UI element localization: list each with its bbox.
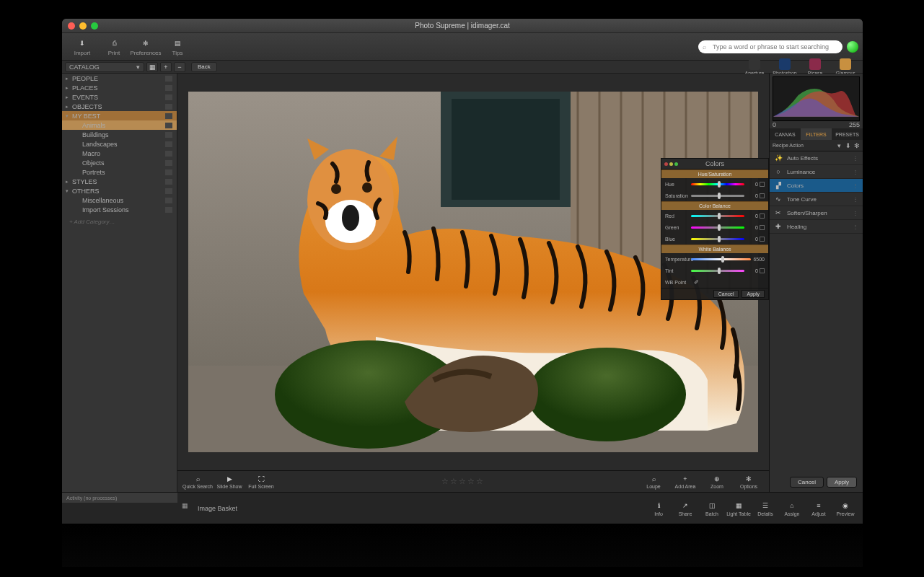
aperture-app[interactable]: Aperture — [740, 58, 769, 76]
image-canvas[interactable]: Colors Hue/Saturation Hue0 Saturation0 C… — [177, 74, 769, 470]
tab-canvas[interactable]: CANVAS — [770, 128, 801, 140]
play-icon: ▶ — [224, 475, 234, 483]
quick-search-button[interactable]: ⌕Quick Search — [182, 475, 214, 489]
share-icon: ↗ — [680, 501, 690, 511]
picasa-app[interactable]: Picasa — [801, 58, 830, 76]
sidebar-category[interactable]: OTHERS — [62, 186, 177, 195]
search-icon: ⌕ — [703, 43, 710, 50]
colors-cancel-button[interactable]: Cancel — [713, 290, 739, 298]
panel-cancel-button[interactable]: Cancel — [790, 477, 824, 488]
assign-action[interactable]: ⌂Assign — [779, 501, 805, 516]
colors-apply-button[interactable]: Apply — [742, 290, 765, 298]
note-icon: ▤ — [171, 38, 184, 49]
svg-point-18 — [362, 182, 372, 193]
options-button[interactable]: ✻Options — [733, 475, 765, 489]
zoom-button[interactable]: ⊕Zoom — [701, 475, 733, 489]
basket-icon[interactable]: ▦ — [182, 502, 195, 515]
preferences-button[interactable]: ✻Preferences — [130, 35, 162, 59]
glamour-app[interactable]: Glamour — [831, 58, 860, 76]
recipe-dropdown[interactable]: Recipe Action▾ ⬇ ✻ — [770, 140, 863, 151]
list-icon: ☰ — [760, 501, 770, 511]
sidebar-item[interactable]: Macro — [62, 149, 177, 158]
search-icon: ⌕ — [193, 475, 203, 483]
sidebar-category[interactable]: PLACES — [62, 83, 177, 92]
right-panel: 0255 CANVASFILTERSPRESETS Recipe Action▾… — [769, 74, 863, 492]
sidebar-item[interactable]: Portrets — [62, 167, 177, 177]
sidebar-category[interactable]: EVENTS — [62, 92, 177, 102]
blue-slider[interactable] — [691, 238, 744, 240]
app-icon — [840, 58, 851, 70]
saturation-slider[interactable] — [691, 195, 744, 197]
batch-action[interactable]: ◫Batch — [699, 501, 725, 516]
preview-action[interactable]: ◉Preview — [832, 501, 858, 516]
sliders-icon: ≡ — [814, 501, 824, 511]
sidebar-category[interactable]: MY BEST — [62, 111, 177, 120]
import-button[interactable]: ⬇Import — [66, 35, 98, 59]
red-slider[interactable] — [691, 215, 744, 217]
tab-filters[interactable]: FILTERS — [801, 128, 832, 140]
eye-icon: ◉ — [840, 501, 850, 511]
grid-view-button[interactable]: ▦ — [146, 62, 158, 72]
temperature-slider[interactable] — [691, 258, 751, 260]
catalog-sidebar: PEOPLEPLACESEVENTSOBJECTSMY BESTAnimalsB… — [62, 74, 177, 492]
download-icon: ⬇ — [76, 38, 89, 49]
sidebar-category[interactable]: OBJECTS — [62, 102, 177, 111]
search-input[interactable] — [713, 43, 838, 50]
auto-effects-filter[interactable]: ✨Auto Effects⋮ — [770, 151, 863, 165]
bottom-panel: Activity (no processes) ▦ Image Basket ℹ… — [62, 492, 863, 524]
healing-filter[interactable]: ✚Healing⋮ — [770, 220, 863, 234]
sidebar-item[interactable]: Objects — [62, 158, 177, 167]
app-icon — [749, 58, 760, 70]
add-button[interactable]: + — [160, 62, 172, 72]
loupe-button[interactable]: ⌕Loupe — [638, 475, 669, 489]
eyedropper-icon[interactable]: ✐ — [694, 279, 699, 286]
info-action[interactable]: ℹInfo — [646, 501, 672, 516]
details-action[interactable]: ☰Details — [752, 501, 778, 516]
tone-curve-filter[interactable]: ∿Tone Curve⋮ — [770, 193, 863, 206]
grip-icon: ⋮ — [853, 182, 858, 188]
tips-button[interactable]: ▤Tips — [162, 35, 193, 59]
sidebar-item[interactable]: Animals — [62, 120, 177, 130]
catalog-dropdown[interactable]: CATALOG▾ — [65, 62, 144, 72]
fullscreen-button[interactable]: ⛶Full Screen — [245, 475, 277, 489]
app-icon — [809, 58, 821, 70]
sidebar-category[interactable]: STYLES — [62, 177, 177, 186]
photoshop-app[interactable]: Photoshop — [770, 58, 799, 76]
save-recipe-icon[interactable]: ⬇ — [845, 142, 851, 149]
colors-panel-title: Colors — [705, 160, 724, 167]
activity-status: Activity (no processes) — [62, 493, 177, 503]
zoom-icon: ⊕ — [712, 475, 722, 483]
luminance-filter[interactable]: ○Luminance⋮ — [770, 165, 863, 179]
adjust-action[interactable]: ≡Adjust — [806, 501, 832, 516]
search-field[interactable]: ⌕ — [698, 40, 842, 53]
soften-sharpen-filter[interactable]: ✂Soften/Sharpen⋮ — [770, 206, 863, 220]
remove-button[interactable]: − — [174, 62, 185, 72]
tint-slider[interactable] — [691, 270, 744, 272]
plus-icon: + — [680, 475, 690, 483]
light-table-action[interactable]: ▦Light Table — [726, 501, 752, 516]
sidebar-item[interactable]: Miscellaneous — [62, 195, 177, 205]
hue-slider[interactable] — [691, 183, 744, 185]
sidebar-item[interactable]: Import Sessions — [62, 205, 177, 214]
sidebar-item[interactable]: Buildings — [62, 130, 177, 139]
svg-rect-2 — [452, 99, 560, 200]
green-slider[interactable] — [691, 226, 744, 229]
add-category-button[interactable]: + Add Category… — [62, 214, 177, 229]
rating-stars[interactable]: ☆☆☆☆☆ — [441, 477, 483, 486]
colors-filter[interactable]: ▞Colors⋮ — [770, 179, 863, 193]
share-action[interactable]: ↗Share — [672, 501, 698, 516]
back-button[interactable]: Back — [191, 62, 217, 72]
slideshow-button[interactable]: ▶Slide Show — [214, 475, 245, 489]
colors-panel: Colors Hue/Saturation Hue0 Saturation0 C… — [661, 158, 769, 300]
sidebar-item[interactable]: Landscapes — [62, 139, 177, 149]
tab-presets[interactable]: PRESETS — [832, 128, 863, 140]
panel-apply-button[interactable]: Apply — [827, 477, 857, 488]
sun-icon: ○ — [774, 167, 783, 176]
recipe-settings-icon[interactable]: ✻ — [854, 142, 860, 149]
svg-point-16 — [342, 205, 359, 231]
add-area-button[interactable]: +Add Area — [669, 475, 701, 489]
sidebar-category[interactable]: PEOPLE — [62, 74, 177, 83]
grip-icon: ⋮ — [853, 169, 858, 175]
grip-icon: ⋮ — [853, 196, 858, 202]
print-button[interactable]: ⎙Print — [98, 35, 130, 59]
